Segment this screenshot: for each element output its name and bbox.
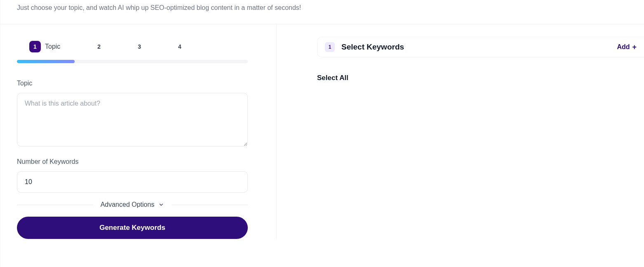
step-2-num: 2 [97,41,101,52]
divider-left [17,205,93,205]
intro-text: Just choose your topic, and watch AI whi… [0,0,644,24]
add-label: Add [617,43,630,51]
generate-keywords-button[interactable]: Generate Keywords [17,217,248,239]
chevron-down-icon [158,202,164,208]
select-all-button[interactable]: Select All [317,74,348,82]
plus-icon: + [632,43,637,51]
step-4[interactable]: 4 [178,41,181,52]
step-3[interactable]: 3 [138,41,141,52]
step-1[interactable]: 1 Topic [29,41,60,52]
step-2[interactable]: 2 [97,41,101,52]
keywords-header: 1 Select Keywords Add + [317,37,644,57]
advanced-options-toggle[interactable]: Advanced Options [93,201,172,208]
left-panel: 1 Topic 2 3 4 Topic Number of Keywords [0,24,277,239]
num-keywords-input[interactable] [17,171,248,193]
advanced-options-label: Advanced Options [101,201,155,208]
progress-fill [17,60,75,63]
add-keyword-button[interactable]: Add + [617,43,637,51]
step-3-num: 3 [138,41,141,52]
keywords-step-badge: 1 [325,42,335,52]
right-panel: 1 Select Keywords Add + Select All [277,24,644,239]
num-keywords-label: Number of Keywords [17,158,260,165]
step-1-num: 1 [29,41,41,52]
keywords-title: Select Keywords [341,43,404,52]
step-4-num: 4 [178,41,181,52]
stepper: 1 Topic 2 3 4 [17,41,260,52]
progress-bar [17,60,248,63]
topic-label: Topic [17,80,260,87]
topic-input[interactable] [17,93,248,146]
step-1-label: Topic [45,43,60,50]
divider-right [172,205,248,205]
